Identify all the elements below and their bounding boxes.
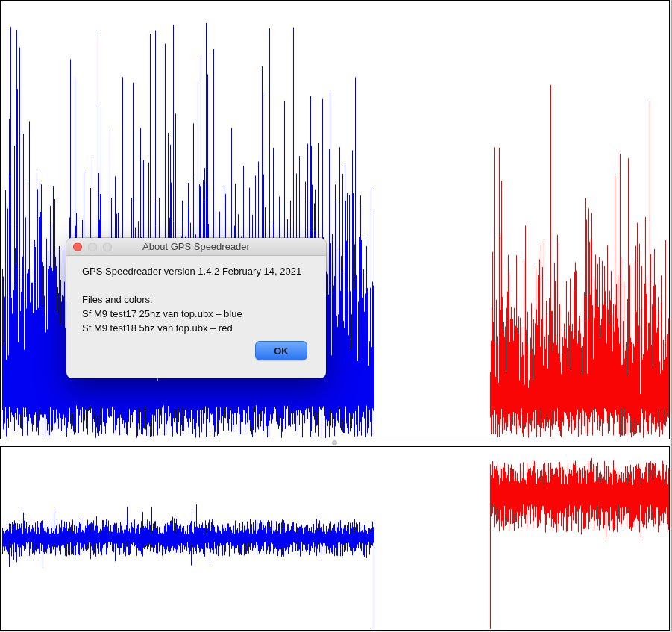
- files-header-text: Files and colors:: [82, 292, 310, 307]
- gps-speedreader-window: About GPS Speedreader GPS Speedreader ve…: [0, 0, 672, 632]
- close-icon[interactable]: [73, 243, 82, 251]
- file1-text: Sf M9 test17 25hz van top.ubx – blue: [82, 307, 310, 321]
- plot-panel-bottom[interactable]: [0, 446, 670, 631]
- ok-button[interactable]: OK: [255, 341, 307, 360]
- file2-text: Sf M9 test18 5hz van top.ubx – red: [82, 321, 310, 335]
- splitter-handle-icon[interactable]: [332, 440, 337, 445]
- dialog-titlebar[interactable]: About GPS Speedreader: [66, 238, 326, 256]
- bottom-plot-canvas[interactable]: [1, 447, 669, 630]
- about-dialog: About GPS Speedreader GPS Speedreader ve…: [66, 238, 326, 378]
- dialog-body: GPS Speedreader version 1.4.2 February 1…: [66, 256, 326, 335]
- dialog-title: About GPS Speedreader: [142, 241, 250, 252]
- panel-splitter[interactable]: [0, 439, 670, 446]
- zoom-icon: [103, 243, 112, 251]
- traffic-lights: [73, 238, 112, 255]
- minimize-icon: [88, 243, 97, 251]
- version-text: GPS Speedreader version 1.4.2 February 1…: [82, 264, 310, 278]
